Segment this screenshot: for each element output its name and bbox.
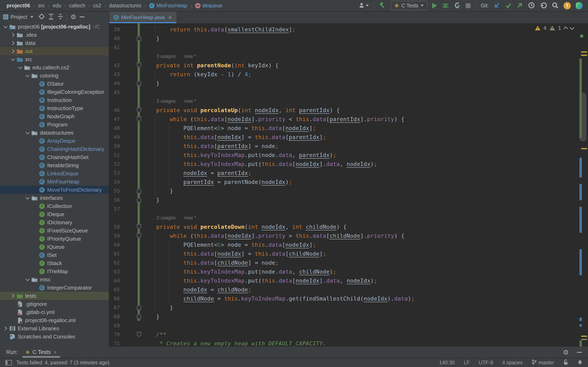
tree-item-linkeddeque[interactable]: CLinkedDeque: [0, 169, 109, 178]
stripe-mark[interactable]: [580, 35, 583, 38]
stripe-mark[interactable]: [579, 158, 582, 177]
fold-start-icon[interactable]: [137, 108, 141, 113]
tree-item-nodegraph[interactable]: CNodeGraph: [0, 112, 109, 120]
fold-start-icon[interactable]: [137, 224, 141, 229]
breadcrumb-item-datastructures[interactable]: datastructures: [109, 3, 141, 8]
stripe-mark[interactable]: [581, 339, 587, 340]
code-line-44[interactable]: 44}: [109, 79, 578, 88]
fold-end-icon[interactable]: [137, 314, 141, 319]
project-panel-title[interactable]: Project: [11, 14, 27, 20]
run-tab-c-tests[interactable]: C Tests ×: [25, 348, 58, 357]
tree-item-chaininghashset[interactable]: CChainingHashSet: [0, 153, 109, 161]
code-line-52[interactable]: 52 this.keyToIndexMap.put(this.data[node…: [109, 159, 578, 168]
tree-item-iqueue[interactable]: IIQueue: [0, 243, 109, 251]
tree-item-interfaces[interactable]: interfaces: [0, 194, 109, 202]
chevron-collapsed-icon[interactable]: [9, 42, 16, 44]
code-line-71[interactable]: 71 * Creates a new empty heap with DEFAU…: [109, 339, 578, 347]
fold-end-icon[interactable]: [137, 81, 141, 86]
fold-end-icon[interactable]: [137, 188, 141, 193]
code-line-62[interactable]: 62 this.data[childNode] = node;: [109, 258, 578, 267]
fold-start-icon[interactable]: [137, 63, 141, 68]
tree-item-misc[interactable]: misc: [0, 275, 109, 284]
tree-item-arraydeque[interactable]: CArrayDeque: [0, 137, 109, 145]
close-icon[interactable]: ×: [168, 15, 172, 21]
code-line-56[interactable]: 56}: [109, 195, 578, 204]
tree-item-movetofrontdictionary[interactable]: CMoveToFrontDictionary: [0, 186, 109, 194]
tree-item-instructiontype[interactable]: EInstructionType: [0, 104, 109, 112]
tree-item-out[interactable]: out: [0, 47, 109, 55]
coverage-button[interactable]: [454, 2, 461, 9]
gear-icon[interactable]: ⚙: [563, 349, 569, 356]
stripe-mark[interactable]: [579, 207, 582, 233]
fold-end-icon[interactable]: [137, 305, 141, 310]
code-line-60[interactable]: 60 PQElement<E> node = this.data[nodeIdx…: [109, 240, 578, 249]
code-line-41[interactable]: 41: [109, 43, 578, 52]
breadcrumb-item-caltech[interactable]: caltech: [69, 3, 85, 8]
file-encoding[interactable]: UTF-8: [479, 360, 493, 366]
code-line-66[interactable]: 66 childNode = this.keyToIndexMap.get(fi…: [109, 294, 578, 303]
chevron-expanded-icon[interactable]: [24, 197, 31, 199]
code-line-59[interactable]: 59 while (this.data[nodeIdx].priority > …: [109, 231, 578, 240]
git-update-button[interactable]: [494, 2, 500, 9]
code-editor[interactable]: 39 return this.data[smallestChildIndex];…: [109, 23, 588, 347]
code-line-55[interactable]: 55 }: [109, 186, 578, 195]
code-line-65[interactable]: 65 nodeIdx = childNode;: [109, 285, 578, 294]
indent-setting[interactable]: 4 spaces: [502, 360, 523, 366]
user-menu-button[interactable]: [359, 2, 369, 9]
breadcrumb-item-minfourheap[interactable]: CMinFourHeap: [149, 3, 187, 8]
run-button[interactable]: [432, 3, 437, 8]
tree-item-minfourheap[interactable]: CMinFourHeap: [0, 178, 109, 186]
stripe-mark[interactable]: [579, 324, 582, 327]
code-line-39[interactable]: 39 return this.data[smallestChildIndex];: [109, 25, 578, 34]
locate-file-button[interactable]: [39, 13, 45, 20]
tree-item-tests[interactable]: tests: [0, 292, 109, 300]
code-line-58[interactable]: 58private void percolateDown(int nodeIdx…: [109, 222, 578, 231]
breadcrumb-item-dequeue[interactable]: mdequeue: [195, 3, 222, 8]
tree-item-idictionary[interactable]: IIDictionary: [0, 218, 109, 226]
hide-panel-button[interactable]: [577, 352, 582, 353]
update-available-button[interactable]: ↑: [563, 2, 571, 9]
tree-item-iset[interactable]: CISet: [0, 251, 109, 259]
stripe-mark[interactable]: [579, 249, 582, 275]
code-with-me-button[interactable]: [576, 2, 583, 9]
tree-item-program[interactable]: CProgram: [0, 120, 109, 129]
local-history-button[interactable]: [528, 2, 535, 9]
line-ending[interactable]: LF: [464, 360, 470, 366]
tree-item-.idea[interactable]: .idea: [0, 31, 109, 39]
code-line-40[interactable]: 40}: [109, 34, 578, 43]
code-line-63[interactable]: 63 this.keyToIndexMap.put(node.data, chi…: [109, 267, 578, 276]
previous-problem-button[interactable]: [563, 26, 568, 31]
tree-item-ifixedsizequeue[interactable]: IIFixedSizeQueue: [0, 226, 109, 235]
breadcrumb-item-edu[interactable]: edu: [53, 3, 61, 8]
stop-button[interactable]: [466, 3, 471, 8]
chevron-expanded-icon[interactable]: [24, 132, 31, 134]
code-line-54[interactable]: 54 parentIdx = parentNode(nodeIdx);: [109, 177, 578, 186]
tree-item-itriemap[interactable]: IITrieMap: [0, 267, 109, 275]
usages-inlay-hint[interactable]: 2 usagesnew *: [156, 215, 196, 221]
code-line-43[interactable]: 43 return (keyIdx - 1) / 4;: [109, 70, 578, 79]
tool-window-toggle-icon[interactable]: [5, 360, 12, 365]
code-line-70[interactable]: 70/**: [109, 330, 578, 339]
fold-end-icon[interactable]: [137, 197, 141, 202]
inspections-widget[interactable]: 4 1: [535, 25, 574, 31]
git-commit-button[interactable]: [505, 2, 512, 9]
chevron-collapsed-icon[interactable]: [9, 294, 16, 297]
hide-panel-button[interactable]: [80, 17, 85, 17]
tree-item-external-libraries[interactable]: External Libraries: [0, 324, 109, 333]
code-line-57[interactable]: 57: [109, 204, 578, 213]
tree-item-instruction[interactable]: RInstruction: [0, 96, 109, 104]
build-button[interactable]: [379, 2, 386, 9]
error-stripe-scrollbar[interactable]: [578, 23, 588, 347]
tree-item-project06-regalloc.iml[interactable]: project06-regalloc.iml: [0, 316, 109, 324]
tree-item-icollection[interactable]: IICollection: [0, 202, 109, 210]
undo-button[interactable]: [540, 2, 547, 9]
tree-item-.gitlab-ci.yml[interactable]: YML.gitlab-ci.yml: [0, 308, 109, 316]
fold-start-icon[interactable]: [137, 117, 141, 122]
fold-start-icon[interactable]: [137, 332, 141, 337]
stripe-mark[interactable]: [579, 58, 582, 138]
tree-item-illegalcoloringexception[interactable]: CIllegalColoringException: [0, 88, 109, 96]
stripe-mark[interactable]: [579, 341, 582, 347]
tree-item-project06[interactable]: project06 [project06-regalloc] ~/C: [0, 23, 109, 31]
tree-item-ideque[interactable]: IIDeque: [0, 210, 109, 218]
usages-inlay-hint[interactable]: 2 usagesnew *: [156, 99, 196, 104]
